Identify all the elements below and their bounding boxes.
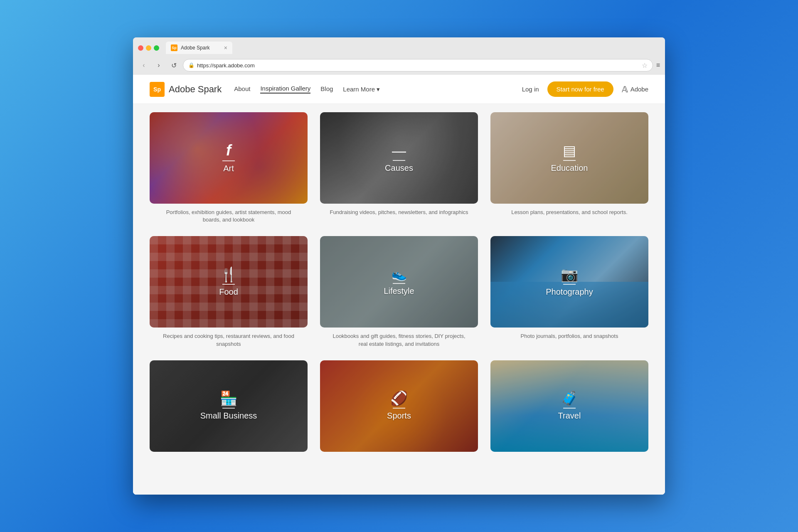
gallery-card-lifestyle[interactable]: 👟 Lifestyle: [320, 236, 478, 328]
card-background-art: f Art: [150, 112, 308, 204]
tab-bar: Sp Adobe Spark ×: [166, 42, 660, 54]
forward-button[interactable]: ›: [153, 59, 165, 71]
nav-right: Log in Start now for free 𝔸 Adobe: [522, 81, 648, 97]
gallery-item-sports: 🏈 Sports: [320, 360, 478, 457]
nav-about[interactable]: About: [234, 85, 250, 93]
login-button[interactable]: Log in: [522, 86, 539, 93]
gallery-card-education[interactable]: ▤ Education: [490, 112, 648, 204]
card-overlay-art: f Art: [150, 112, 308, 204]
logo-area[interactable]: Sp Adobe Spark: [150, 82, 222, 97]
gallery-card-food[interactable]: 🍴 Food: [150, 236, 308, 328]
art-description: Portfolios, exhibition guides, artist st…: [158, 209, 299, 224]
art-label: Art: [223, 164, 234, 173]
website-content: Sp Adobe Spark About Inspiration Gallery…: [133, 75, 665, 495]
gallery-card-small-business[interactable]: 🏪 Small Business: [150, 360, 308, 452]
nav-learn-more-label: Learn More: [343, 86, 375, 93]
travel-divider: [563, 408, 576, 409]
title-bar: Sp Adobe Spark ×: [133, 37, 665, 57]
photography-label: Photography: [546, 287, 593, 297]
card-overlay-photography: 📷 Photography: [490, 236, 648, 328]
causes-description: Fundraising videos, pitches, newsletters…: [330, 209, 468, 216]
site-nav: About Inspiration Gallery Blog Learn Mor…: [234, 85, 522, 94]
card-background-photography: 📷 Photography: [490, 236, 648, 328]
close-button[interactable]: [138, 45, 143, 51]
favicon-text: Sp: [172, 46, 177, 50]
gallery-item-small-business: 🏪 Small Business: [150, 360, 308, 457]
gallery-item-lifestyle: 👟 Lifestyle Lookbooks and gift guides, f…: [320, 236, 478, 347]
address-bar-row: ‹ › ↺ 🔒 https://spark.adobe.com ☆ ≡: [133, 57, 665, 75]
nav-learn-more[interactable]: Learn More ▾: [343, 86, 380, 93]
refresh-button[interactable]: ↺: [168, 59, 180, 71]
sports-icon: 🏈: [390, 391, 408, 405]
food-description: Recipes and cooking tips, restaurant rev…: [158, 332, 299, 347]
gallery-item-causes: — Causes Fundraising videos, pitches, ne…: [320, 112, 478, 224]
gallery-item-travel: 🧳 Travel: [490, 360, 648, 457]
photography-icon: 📷: [561, 267, 578, 281]
nav-blog[interactable]: Blog: [320, 85, 333, 93]
maximize-button[interactable]: [154, 45, 159, 51]
minimize-button[interactable]: [146, 45, 151, 51]
card-background-causes: — Causes: [320, 112, 478, 204]
refresh-icon: ↺: [171, 62, 177, 69]
gallery-grid: f Art Portfolios, exhibition guides, art…: [150, 104, 648, 457]
tab-close-button[interactable]: ×: [224, 44, 227, 51]
gallery-card-art[interactable]: f Art: [150, 112, 308, 204]
education-label: Education: [551, 163, 588, 173]
travel-icon: 🧳: [561, 391, 578, 405]
back-icon: ‹: [143, 62, 145, 69]
adobe-logo: 𝔸 Adobe: [622, 84, 648, 94]
url-text: https://spark.adobe.com: [197, 62, 255, 69]
education-icon: ▤: [563, 143, 576, 158]
traffic-lights: [138, 45, 159, 51]
forward-icon: ›: [158, 62, 160, 69]
browser-window: Sp Adobe Spark × ‹ › ↺ 🔒 https://spark.a…: [133, 37, 665, 495]
card-background-food: 🍴 Food: [150, 236, 308, 328]
gallery-item-photography: 📷 Photography Photo journals, portfolios…: [490, 236, 648, 347]
card-overlay-sports: 🏈 Sports: [320, 360, 478, 452]
card-overlay-lifestyle: 👟 Lifestyle: [320, 236, 478, 328]
address-bar[interactable]: 🔒 https://spark.adobe.com ☆: [183, 59, 653, 71]
site-header: Sp Adobe Spark About Inspiration Gallery…: [133, 75, 665, 104]
lock-icon: 🔒: [188, 62, 195, 68]
browser-chrome: Sp Adobe Spark × ‹ › ↺ 🔒 https://spark.a…: [133, 37, 665, 75]
lifestyle-description: Lookbooks and gift guides, fitness stori…: [328, 332, 470, 347]
gallery-card-travel[interactable]: 🧳 Travel: [490, 360, 648, 452]
back-button[interactable]: ‹: [138, 59, 150, 71]
adobe-spark-logo-icon: Sp: [150, 82, 165, 97]
card-background-sports: 🏈 Sports: [320, 360, 478, 452]
card-background-lifestyle: 👟 Lifestyle: [320, 236, 478, 328]
card-background-education: ▤ Education: [490, 112, 648, 204]
card-overlay-education: ▤ Education: [490, 112, 648, 204]
causes-label: Causes: [385, 163, 413, 173]
learn-more-chevron: ▾: [377, 86, 380, 93]
start-now-button[interactable]: Start now for free: [547, 81, 613, 97]
card-overlay-travel: 🧳 Travel: [490, 360, 648, 452]
logo-text: Sp: [153, 86, 161, 93]
causes-icon: —: [392, 143, 406, 158]
food-divider: [222, 284, 235, 285]
address-bar-right: ☆: [642, 62, 648, 69]
gallery-card-photography[interactable]: 📷 Photography: [490, 236, 648, 328]
photography-divider: [563, 284, 576, 285]
browser-tab[interactable]: Sp Adobe Spark ×: [166, 42, 232, 54]
adobe-icon: 𝔸: [622, 84, 628, 94]
photography-description: Photo journals, portfolios, and snapshot…: [521, 332, 618, 340]
gallery-item-education: ▤ Education Lesson plans, presentations,…: [490, 112, 648, 224]
education-divider: [563, 160, 576, 161]
gallery-card-causes[interactable]: — Causes: [320, 112, 478, 204]
food-label: Food: [219, 287, 238, 297]
browser-menu-icon[interactable]: ≡: [656, 62, 660, 69]
food-icon: 🍴: [220, 267, 237, 281]
adobe-label: Adobe: [631, 86, 648, 93]
gallery-card-sports[interactable]: 🏈 Sports: [320, 360, 478, 452]
gallery-content: f Art Portfolios, exhibition guides, art…: [133, 104, 665, 495]
art-icon: f: [226, 143, 231, 158]
small-business-divider: [222, 408, 235, 409]
bookmark-icon[interactable]: ☆: [642, 62, 648, 69]
nav-inspiration-gallery[interactable]: Inspiration Gallery: [260, 85, 310, 94]
tab-favicon: Sp: [171, 44, 177, 51]
sports-label: Sports: [387, 411, 411, 421]
card-background-small-business: 🏪 Small Business: [150, 360, 308, 452]
causes-divider: [393, 160, 405, 161]
gallery-item-art: f Art Portfolios, exhibition guides, art…: [150, 112, 308, 224]
